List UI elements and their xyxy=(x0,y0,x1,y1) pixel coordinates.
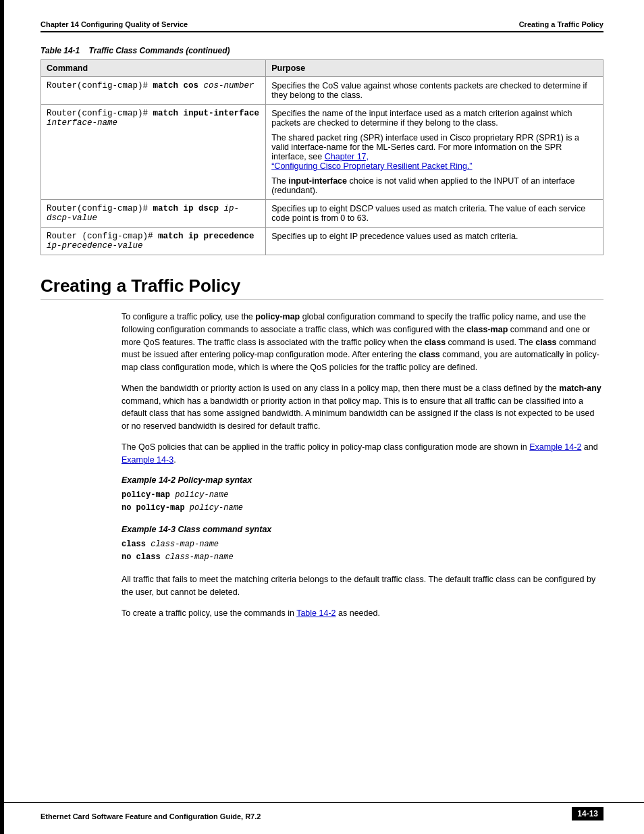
col-purpose-header: Purpose xyxy=(266,60,603,77)
table-number: Table 14-1 xyxy=(41,46,80,55)
cmd-bold: match ip precedence xyxy=(158,232,254,241)
cmd-arg: cos-number xyxy=(198,81,254,90)
purpose-match-ip-precedence: Specifies up to eight IP precedence valu… xyxy=(266,228,603,255)
class-bold-1: class xyxy=(425,338,446,347)
page-number: 14-13 xyxy=(572,807,603,820)
cmd-match-ip-precedence: Router (config-cmap)# match ip precedenc… xyxy=(41,228,266,255)
purpose-match-ip-dscp: Specifies up to eight DSCP values used a… xyxy=(266,200,603,228)
cmd-prefix: Router(config-cmap)# xyxy=(47,204,153,213)
section-heading: Creating a Traffic Policy xyxy=(41,276,603,300)
closing-paragraph-1: All traffic that fails to meet the match… xyxy=(122,573,603,599)
cmd-prefix: Router (config-cmap)# xyxy=(47,232,158,241)
table-row: Router(config-cmap)# match ip dscp ip-ds… xyxy=(41,200,603,228)
purpose-p3: The input-interface choice is not valid … xyxy=(271,176,597,195)
body-paragraph-1: To configure a traffic policy, use the p… xyxy=(122,311,603,374)
example-14-2-code: policy-map policy-name no policy-map pol… xyxy=(122,489,603,515)
class-bold-2: class xyxy=(535,338,556,347)
example-14-3-code: class class-map-name no class class-map-… xyxy=(122,538,603,564)
chapter-17-link[interactable]: Chapter 17, xyxy=(325,152,369,161)
table-row: Router(config-cmap)# match input-interfa… xyxy=(41,105,603,200)
cmd-match-ip-dscp: Router(config-cmap)# match ip dscp ip-ds… xyxy=(41,200,266,228)
cmd-bold: match ip dscp xyxy=(153,204,219,213)
cmd-arg: interface-name xyxy=(47,118,117,128)
example-14-3-link[interactable]: Example 14-3 xyxy=(122,455,173,465)
class-cmd: class xyxy=(122,540,146,549)
cmd-bold: match cos xyxy=(153,81,199,90)
example-14-3-label: Example 14-3 Class command syntax xyxy=(122,525,603,534)
purpose-text: Specifies the CoS value against whose co… xyxy=(271,81,587,100)
resilient-packet-ring-link[interactable]: “Configuring Cisco Proprietary Resilient… xyxy=(271,161,472,171)
header-chapter: Chapter 14 Configuring Quality of Servic… xyxy=(41,20,188,28)
example-14-2-label: Example 14-2 Policy-map syntax xyxy=(122,475,603,485)
table-title: Traffic Class Commands (continued) xyxy=(89,46,230,55)
input-interface-bold: input-interface xyxy=(288,176,347,186)
page-header: Chapter 14 Configuring Quality of Servic… xyxy=(41,20,603,32)
purpose-p2: The shared packet ring (SPR) interface u… xyxy=(271,133,597,171)
header-section: Creating a Traffic Policy xyxy=(519,20,603,28)
table-14-2-link[interactable]: Table 14-2 xyxy=(296,608,336,618)
table-row: Router(config-cmap)# match cos cos-numbe… xyxy=(41,77,603,105)
purpose-match-cos: Specifies the CoS value against whose co… xyxy=(266,77,603,105)
class-bold-3: class xyxy=(419,350,440,359)
policy-map-cmd: policy-map xyxy=(122,490,170,500)
policy-map-bold: policy-map xyxy=(255,312,300,321)
purpose-text: Specifies up to eight DSCP values used a… xyxy=(271,204,585,223)
col-command-header: Command xyxy=(41,60,266,77)
no-policy-map-cmd: no policy-map xyxy=(122,503,185,513)
cmd-match-cos: Router(config-cmap)# match cos cos-numbe… xyxy=(41,77,266,105)
purpose-match-input-interface: Specifies the name of the input interfac… xyxy=(266,105,603,200)
class-map-bold: class-map xyxy=(466,325,508,334)
cmd-match-input-interface: Router(config-cmap)# match input-interfa… xyxy=(41,105,266,200)
table-row: Router (config-cmap)# match ip precedenc… xyxy=(41,228,603,255)
closing-paragraph-2: To create a traffic policy, use the comm… xyxy=(122,607,603,620)
cmd-prefix: Router(config-cmap)# xyxy=(47,109,153,118)
purpose-text: Specifies up to eight IP precedence valu… xyxy=(271,232,518,241)
body-paragraph-3: The QoS policies that can be applied in … xyxy=(122,441,603,467)
traffic-class-commands-table: Command Purpose Router(config-cmap)# mat… xyxy=(41,59,603,255)
purpose-p1: Specifies the name of the input interfac… xyxy=(271,109,597,128)
match-any-bold: match-any xyxy=(559,384,601,393)
example-14-2-link[interactable]: Example 14-2 xyxy=(529,442,581,452)
policy-map-arg: policy-name xyxy=(170,490,228,500)
class-arg: class-map-name xyxy=(146,540,219,549)
no-class-cmd: no class xyxy=(122,552,161,562)
no-policy-map-arg: policy-name xyxy=(185,503,243,513)
cmd-bold: match input-interface xyxy=(153,109,260,118)
footer-title: Ethernet Card Software Feature and Confi… xyxy=(41,812,261,820)
page-footer: Ethernet Card Software Feature and Confi… xyxy=(0,802,644,820)
left-border-bar xyxy=(0,0,4,834)
cmd-prefix: Router(config-cmap)# xyxy=(47,81,153,90)
no-class-arg: class-map-name xyxy=(161,552,234,562)
cmd-arg: ip-precedence-value xyxy=(47,241,143,251)
page: Chapter 14 Configuring Quality of Servic… xyxy=(0,0,644,834)
table-caption: Table 14-1 Traffic Class Commands (conti… xyxy=(41,46,603,55)
body-paragraph-2: When the bandwidth or priority action is… xyxy=(122,382,603,433)
